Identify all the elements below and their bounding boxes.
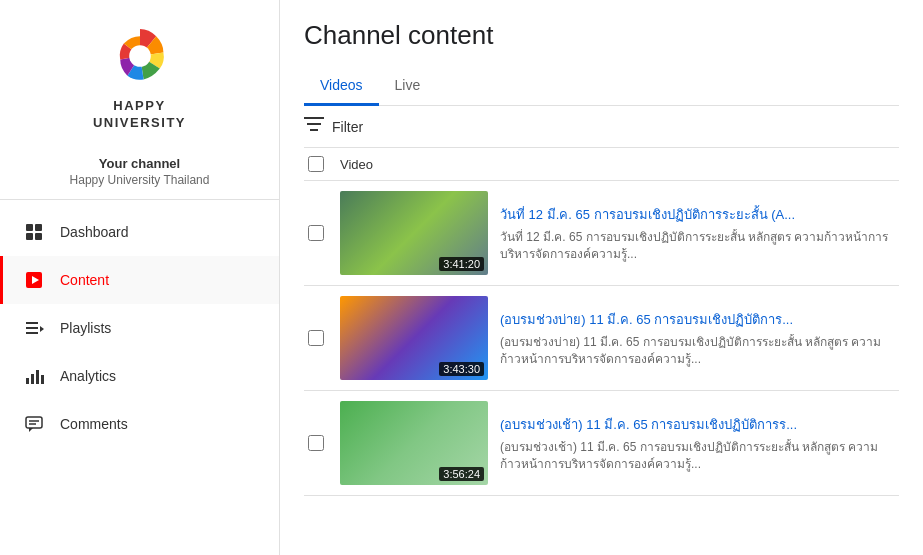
logo-icon [104,20,176,92]
svg-marker-10 [40,326,44,332]
row-checkbox-1[interactable] [308,330,324,346]
channel-name: Happy University Thailand [16,173,263,187]
svg-rect-15 [26,417,42,428]
row-checkbox-cell[interactable] [304,330,328,346]
video-thumbnail: 3:43:30 [340,296,488,380]
comments-icon [24,414,44,434]
analytics-label: Analytics [60,368,116,384]
column-video-header: Video [340,157,373,172]
svg-rect-4 [35,233,42,240]
comments-label: Comments [60,416,128,432]
filter-icon [304,116,324,137]
sidebar-item-playlists[interactable]: Playlists [0,304,279,352]
video-info: (อบรมช่วงเช้า) 11 มี.ค. 65 การอบรมเชิงปฏ… [500,414,899,473]
dashboard-icon [24,222,44,242]
sidebar-item-content[interactable]: Content [0,256,279,304]
video-info: วันที่ 12 มี.ค. 65 การอบรมเชิงปฏิบัติการ… [500,204,899,263]
svg-rect-1 [26,224,33,231]
row-checkbox-cell[interactable] [304,225,328,241]
video-description: (อบรมช่วงเช้า) 11 มี.ค. 65 การอบรมเชิงปฏ… [500,439,899,473]
sidebar-item-comments[interactable]: Comments [0,400,279,448]
video-title[interactable]: วันที่ 12 มี.ค. 65 การอบรมเชิงปฏิบัติการ… [500,204,899,225]
tab-videos[interactable]: Videos [304,67,379,106]
row-checkbox-0[interactable] [308,225,324,241]
content-icon [24,270,44,290]
table-row: 3:56:24 (อบรมช่วงเช้า) 11 มี.ค. 65 การอบ… [304,391,899,496]
playlists-icon [24,318,44,338]
sidebar-item-analytics[interactable]: Analytics [0,352,279,400]
svg-rect-11 [26,378,29,384]
svg-rect-12 [31,374,34,384]
svg-rect-2 [35,224,42,231]
select-all-checkbox[interactable] [308,156,324,172]
video-duration: 3:43:30 [439,362,484,376]
filter-label: Filter [332,119,363,135]
logo-area: HAPPY UNIVERSITY [0,0,279,148]
analytics-icon [24,366,44,386]
channel-info: Your channel Happy University Thailand [0,148,279,200]
sidebar-item-dashboard[interactable]: Dashboard [0,208,279,256]
playlists-label: Playlists [60,320,111,336]
video-info: (อบรมช่วงบ่าย) 11 มี.ค. 65 การอบรมเชิงปฏ… [500,309,899,368]
svg-rect-13 [36,370,39,384]
sidebar: HAPPY UNIVERSITY Your channel Happy Univ… [0,0,280,555]
video-description: วันที่ 12 มี.ค. 65 การอบรมเชิงปฏิบัติการ… [500,229,899,263]
video-thumbnail: 3:56:24 [340,401,488,485]
table-row: 3:43:30 (อบรมช่วงบ่าย) 11 มี.ค. 65 การอบ… [304,286,899,391]
row-checkbox-2[interactable] [308,435,324,451]
video-duration: 3:41:20 [439,257,484,271]
dashboard-label: Dashboard [60,224,129,240]
video-list: 3:41:20 วันที่ 12 มี.ค. 65 การอบรมเชิงปฏ… [304,181,899,496]
nav-menu: Dashboard Content Playlist [0,200,279,448]
video-title[interactable]: (อบรมช่วงบ่าย) 11 มี.ค. 65 การอบรมเชิงปฏ… [500,309,899,330]
row-checkbox-cell[interactable] [304,435,328,451]
video-duration: 3:56:24 [439,467,484,481]
page-title: Channel content [304,20,899,51]
tab-live[interactable]: Live [379,67,437,106]
video-title[interactable]: (อบรมช่วงเช้า) 11 มี.ค. 65 การอบรมเชิงปฏ… [500,414,899,435]
main-content: Channel content Videos Live Filter Video [280,0,923,555]
video-thumbnail: 3:41:20 [340,191,488,275]
svg-rect-3 [26,233,33,240]
content-label: Content [60,272,109,288]
svg-rect-14 [41,375,44,384]
header-checkbox-cell[interactable] [304,156,328,172]
filter-bar[interactable]: Filter [304,106,899,148]
table-header: Video [304,148,899,181]
table-row: 3:41:20 วันที่ 12 มี.ค. 65 การอบรมเชิงปฏ… [304,181,899,286]
channel-label: Your channel [16,156,263,171]
content-tabs: Videos Live [304,67,899,106]
svg-point-0 [129,45,151,67]
logo-text: HAPPY UNIVERSITY [93,98,186,132]
video-description: (อบรมช่วงบ่าย) 11 มี.ค. 65 การอบรมเชิงปฏ… [500,334,899,368]
